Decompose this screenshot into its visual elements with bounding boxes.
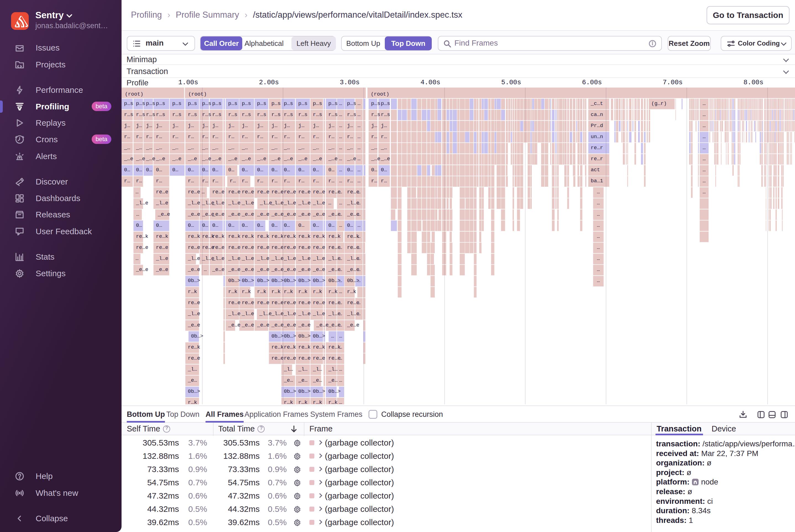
svg-text:r…: r… [298,134,304,140]
svg-text:0…: 0… [242,167,248,173]
svg-text:0…: 0… [328,167,335,173]
svg-text:r…: r… [242,134,248,140]
svg-text:0…: 0… [188,167,194,173]
svg-text:r…: r… [124,134,130,140]
svg-text:re…e: re…e [271,189,284,195]
svg-text:_l…e: _l…e [260,200,272,206]
svg-text:…: … [339,311,342,317]
svg-text:r…: r… [371,134,377,140]
svg-text:re…k: re…k [228,234,241,240]
svg-text:…: … [339,178,342,184]
svg-text:…: … [135,256,138,262]
svg-text:r…k: r…k [242,289,251,295]
svg-text:…: … [702,134,705,140]
svg-text:p…s: p…s [328,101,338,107]
svg-text:r…: r… [156,134,162,140]
svg-text:…: … [204,267,207,273]
svg-text:_l…e: _l…e [271,311,284,317]
svg-text:j…: j… [228,123,234,129]
svg-text:_l…e: _l…e [259,311,272,317]
svg-text:_e…e: _e…e [328,212,341,217]
svg-text:_e…e: _e…e [271,267,284,273]
svg-text:_…: _… [371,145,377,151]
svg-text:_e…e: _e…e [347,322,359,328]
svg-text:r…k: r…k [271,289,280,295]
svg-text:re…k: re…k [313,344,325,350]
svg-text:…: … [339,334,342,339]
svg-text:p…s: p…s [371,101,380,107]
svg-text:…: … [339,378,342,383]
svg-text:_l…e: _l…e [156,256,169,262]
svg-text:…: … [136,212,139,217]
svg-text:re…e: re…e [188,245,200,250]
svg-text:r…k: r…k [298,400,307,404]
svg-text:_…e: _…e [124,156,133,162]
svg-text:(g…r): (g…r) [651,101,667,107]
svg-text:…: … [339,344,342,350]
svg-text:re…e: re…e [298,189,311,195]
svg-text:_…e: _…e [136,156,145,162]
svg-text:p…s: p…s [156,101,165,107]
svg-text:_…e: _…e [172,156,181,162]
svg-text:re…k: re…k [298,344,311,350]
svg-text:_l…e: _l…e [298,200,311,206]
svg-text:_e…e: _e…e [156,267,169,273]
svg-text:_…: _… [228,145,234,151]
svg-text:re…e: re…e [242,300,254,306]
svg-text:…: … [702,112,705,118]
svg-text:re…k: re…k [271,344,284,350]
svg-text:…: … [331,334,334,339]
svg-text:…: … [339,278,342,284]
svg-text:j…: j… [146,123,152,129]
svg-text:_e…e: _e…e [228,322,241,328]
svg-text:p…s: p…s [271,101,280,107]
svg-text:_e…e: _e…e [157,212,170,217]
svg-text:0…: 0… [371,167,377,173]
svg-text:r…: r… [271,134,277,140]
svg-text:j…: j… [284,123,290,129]
svg-text:0…: 0… [257,167,263,173]
svg-text:_l…e: _l…e [212,200,225,206]
svg-text:_e…e: _e…e [136,267,148,273]
svg-text:0b…>: 0b…> [242,278,254,284]
svg-text:_l…e: _l…e [228,256,241,262]
svg-text:re…e: re…e [298,300,311,306]
svg-text:0…: 0… [202,167,208,173]
svg-text:0…: 0… [313,223,319,228]
svg-text:_…e: _…e [228,156,237,162]
svg-text:j…: j… [188,123,194,129]
svg-text:_e…e: _e…e [188,212,200,217]
svg-text:r…s: r…s [284,112,293,118]
svg-text:j…: j… [172,123,178,129]
svg-text:re…e: re…e [242,189,254,195]
svg-text:0b…>: 0b…> [284,278,296,284]
svg-text:r…: r… [228,134,234,140]
svg-text:_l…e: _l…e [228,200,241,206]
svg-text:0b…>: 0b…> [298,334,311,339]
svg-text:…: … [357,267,360,273]
svg-text:…: … [357,311,360,317]
svg-text:_e…: _e… [188,378,197,383]
svg-text:_l…e: _l…e [242,311,254,317]
svg-text:j…: j… [347,123,353,129]
svg-text:_e…e: _e…e [283,212,296,217]
svg-text:…: … [357,156,360,162]
svg-text:_…e: _…e [156,156,165,162]
svg-text:…: … [339,189,342,195]
svg-text:re…e: re…e [313,189,325,195]
svg-text:_e…: _e… [313,378,322,383]
svg-text:_l…e: _l…e [298,256,311,262]
svg-text:0…: 0… [298,167,304,173]
svg-text:_l…e: _l…e [136,200,148,206]
svg-text:r…k: r…k [313,289,322,295]
svg-text:re…e: re…e [284,245,296,250]
svg-text:re…e: re…e [271,245,284,250]
svg-text:…: … [702,101,705,107]
svg-text:_e…e: _e…e [298,267,311,273]
svg-text:0…: 0… [328,223,335,228]
svg-text:_l…e: _l…e [188,256,200,262]
svg-text:r…: r… [313,134,319,140]
svg-text:j…: j… [371,123,377,129]
svg-text:…: … [339,267,342,273]
svg-text:p…s: p…s [228,101,237,107]
